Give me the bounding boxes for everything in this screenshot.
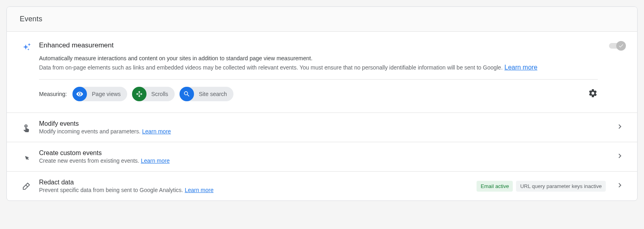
chevron-right-icon [615,181,624,191]
sparkle-icon [20,41,33,53]
enhanced-desc-bold: Automatically measure interactions and c… [39,54,598,63]
redact-learn-more-link[interactable]: Learn more [185,187,214,193]
tag-url-inactive: URL query parameter keys inactive [516,181,606,192]
chip-scrolls[interactable]: Scrolls [132,87,175,101]
row-title: Modify events [39,120,609,127]
chevron-right-icon [615,151,624,162]
search-icon [180,87,194,101]
chip-label: Page views [92,91,121,97]
chip-page-views[interactable]: Page views [72,87,127,101]
card-header: Events [7,7,637,32]
enhanced-toggle[interactable] [609,43,624,49]
enhanced-desc-sub: Data from on-page elements such as links… [39,64,503,71]
tag-email-active: Email active [477,181,513,192]
toggle-knob [616,41,626,51]
chip-site-search[interactable]: Site search [180,87,233,101]
divider [39,79,598,80]
row-desc: Create new events from existing events. [39,157,141,164]
enhanced-measurement-section: Enhanced measurement Automatically measu… [7,32,637,113]
chip-label: Site search [199,91,227,97]
enhanced-title: Enhanced measurement [39,41,598,49]
chevron-right-icon [615,122,624,133]
chip-label: Scrolls [151,91,168,97]
cursor-click-icon [20,152,33,162]
scroll-icon [132,87,147,101]
modify-events-row[interactable]: Modify events Modify incoming events and… [7,113,637,142]
create-custom-events-row[interactable]: Create custom events Create new events f… [7,142,637,172]
row-title: Redact data [39,179,470,186]
row-desc: Modify incoming events and parameters. [39,128,142,135]
measuring-label: Measuring: [39,91,67,97]
card-title: Events [20,15,624,23]
row-title: Create custom events [39,149,609,157]
create-learn-more-link[interactable]: Learn more [141,157,170,164]
eraser-icon [20,181,33,191]
eye-icon [72,87,87,101]
gear-icon[interactable] [588,88,598,100]
events-card: Events Enhanced measurement Automaticall… [6,6,638,201]
touch-icon [20,123,33,132]
modify-learn-more-link[interactable]: Learn more [142,128,171,135]
row-desc: Prevent specific data from being sent to… [39,187,185,193]
redact-data-row[interactable]: Redact data Prevent specific data from b… [7,172,637,200]
enhanced-learn-more-link[interactable]: Learn more [504,64,537,71]
